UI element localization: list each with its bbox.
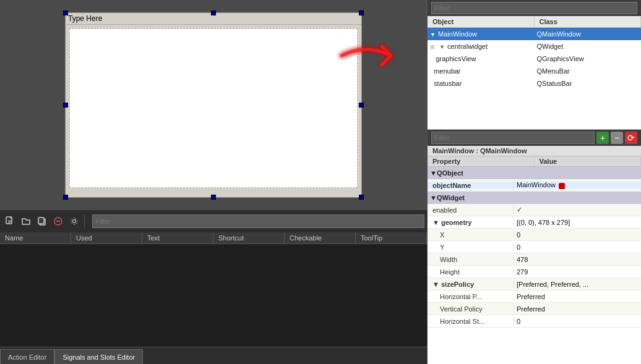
tree-arrow-centralwidget: ▼ — [439, 44, 445, 50]
prop-row-width[interactable]: Width 478 — [428, 253, 641, 266]
expand-arrow: ▼ — [432, 281, 441, 288]
obj-cell-class: QGraphicsView — [535, 55, 642, 62]
delete-action-button[interactable] — [51, 214, 66, 229]
prop-col-value: Value — [535, 156, 642, 166]
prop-context-label: MainWindow : QMainWindow — [428, 146, 641, 156]
tab-signals-slots[interactable]: Signals and Slots Editor — [54, 349, 143, 364]
form-widget[interactable]: Type Here — [65, 12, 362, 198]
obj-cell-class: QMainWindow — [535, 30, 642, 38]
handle-bc[interactable] — [211, 195, 216, 200]
section-label: QObject — [437, 169, 463, 177]
canvas-area: Type Here — [0, 0, 427, 210]
prop-value-sizepolicy: [Preferred, Preferred, ... — [514, 281, 641, 288]
obj-row-graphicsview[interactable]: graphicsView QGraphicsView — [428, 53, 641, 65]
obj-row-statusbar[interactable]: statusbar QStatusBar — [428, 77, 641, 90]
prop-add-button[interactable]: + — [596, 132, 609, 144]
obj-row-menubar[interactable]: menubar QMenuBar — [428, 65, 641, 77]
prop-value-objectname: MainWindow — [514, 181, 641, 188]
obj-col-class: Class — [535, 16, 642, 27]
obj-table-header: Object Class — [428, 16, 641, 28]
obj-cell-object: graphicsView — [428, 55, 535, 62]
prop-value-width: 478 — [514, 256, 641, 263]
obj-cell-class: QStatusBar — [535, 80, 642, 87]
prop-table-body: ▼ QObject objectName MainWindow ▼ QWidge… — [428, 167, 641, 364]
handle-mr[interactable] — [359, 103, 364, 108]
prop-table-header: Property Value — [428, 156, 641, 167]
prop-row-vertical-policy[interactable]: Vertical Policy Preferred — [428, 303, 641, 315]
obj-row-mainwindow[interactable]: ▼ MainWindow QMainWindow — [428, 28, 641, 40]
prop-row-y[interactable]: Y 0 — [428, 241, 641, 253]
section-arrow: ▼ — [430, 194, 437, 201]
object-filter-bar — [428, 0, 641, 16]
obj-cell-object: statusbar — [428, 80, 535, 87]
prop-value-y: 0 — [514, 243, 641, 251]
new-action-button[interactable] — [2, 214, 17, 229]
obj-col-object: Object — [428, 16, 535, 27]
prop-value-horizontal-policy: Preferred — [514, 293, 641, 300]
prop-name-enabled: enabled — [428, 206, 514, 214]
prop-name-sizepolicy: ▼ sizePolicy — [428, 281, 514, 288]
col-shortcut: Shortcut — [213, 232, 285, 243]
prop-row-objectname[interactable]: objectName MainWindow — [428, 179, 641, 192]
prop-row-height[interactable]: Height 279 — [428, 266, 641, 278]
prop-name-objectname: objectName — [428, 182, 514, 189]
widget-body — [69, 28, 358, 188]
col-text: Text — [142, 232, 213, 243]
obj-row-centralwidget[interactable]: ⊞ ▼ centralwidget QWidget — [428, 40, 641, 53]
copy-action-button[interactable] — [35, 214, 49, 229]
toolbar-separator — [84, 215, 85, 227]
handle-bl[interactable] — [63, 195, 68, 200]
prop-col-property: Property — [428, 156, 535, 166]
action-toolbar — [0, 210, 427, 232]
prop-name-vertical-policy: Vertical Policy — [428, 305, 514, 313]
col-used: Used — [71, 232, 142, 243]
action-filter-input[interactable] — [92, 214, 424, 228]
tab-action-editor[interactable]: Action Editor — [0, 349, 54, 364]
settings-action-button[interactable] — [67, 214, 82, 229]
action-table-header: Name Used Text Shortcut Checkable ToolTi… — [0, 232, 427, 244]
tree-arrow-mainwindow: ▼ — [430, 32, 436, 38]
prop-remove-button[interactable]: − — [611, 132, 623, 144]
obj-cell-class: QWidget — [535, 43, 642, 50]
prop-row-geometry[interactable]: ▼ geometry [(0, 0), 478 x 279] — [428, 216, 641, 229]
section-arrow: ▼ — [430, 169, 437, 177]
prop-name-horizontal-policy: Horizontal P... — [428, 293, 514, 300]
prop-row-x[interactable]: X 0 — [428, 229, 641, 241]
section-qobject[interactable]: ▼ QObject — [428, 167, 641, 179]
prop-value-vertical-policy: Preferred — [514, 305, 641, 313]
prop-row-horizontal-policy[interactable]: Horizontal P... Preferred — [428, 290, 641, 303]
svg-point-4 — [73, 220, 76, 223]
toolbar-filter — [92, 214, 424, 228]
left-panel: Type Here — [0, 0, 427, 364]
prop-toolbar: + − ⟳ — [428, 130, 641, 146]
prop-value-height: 279 — [514, 268, 641, 276]
section-label: QWidget — [437, 194, 465, 201]
handle-tc[interactable] — [211, 11, 216, 15]
prop-value-enabled: ✓ — [514, 206, 641, 214]
col-checkable: Checkable — [285, 232, 356, 243]
obj-cell-object: ⊞ ▼ centralwidget — [428, 43, 535, 50]
col-name: Name — [0, 232, 71, 243]
prop-row-horizontal-stretch[interactable]: Horizontal St... 0 — [428, 315, 641, 328]
section-qwidget[interactable]: ▼ QWidget — [428, 192, 641, 204]
prop-row-enabled[interactable]: enabled ✓ — [428, 204, 641, 216]
prop-reset-button[interactable]: ⟳ — [625, 132, 637, 144]
obj-cell-object: menubar — [428, 67, 535, 75]
handle-br[interactable] — [359, 195, 364, 200]
prop-name-horizontal-stretch: Horizontal St... — [428, 318, 514, 325]
bottom-tabs: Action Editor Signals and Slots Editor — [0, 347, 427, 364]
obj-cell-object: ▼ MainWindow — [428, 30, 535, 38]
action-table-body — [0, 244, 427, 347]
handle-ml[interactable] — [63, 103, 68, 108]
prop-filter-input[interactable] — [431, 132, 595, 144]
handle-tr[interactable] — [359, 11, 364, 15]
col-tooltip: ToolTip — [356, 232, 427, 243]
prop-name-y: Y — [428, 243, 514, 251]
object-filter-input[interactable] — [431, 2, 637, 14]
prop-row-sizepolicy[interactable]: ▼ sizePolicy [Preferred, Preferred, ... — [428, 278, 641, 290]
obj-table-body: ▼ MainWindow QMainWindow ⊞ ▼ centralwidg… — [428, 28, 641, 129]
prop-name-x: X — [428, 231, 514, 239]
open-action-button[interactable] — [19, 214, 33, 229]
object-inspector: Object Class ▼ MainWindow QMainWindow ⊞ … — [428, 0, 641, 130]
handle-tl[interactable] — [63, 11, 68, 15]
